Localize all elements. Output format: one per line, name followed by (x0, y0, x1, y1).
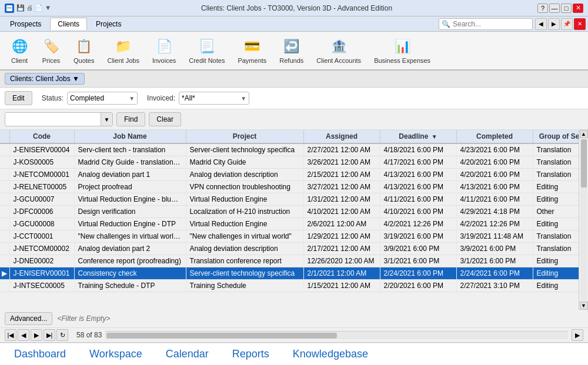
back-btn[interactable]: ◀ (535, 18, 547, 30)
maximize-btn[interactable]: □ (561, 4, 572, 13)
toolbar-clientaccounts-label: Client Accounts (316, 57, 361, 64)
table-row[interactable]: J-GCU00008Virtual Reduction Engine - DTP… (0, 218, 579, 230)
nav-calendar[interactable]: Calendar (166, 348, 209, 360)
row-code: J-NETCOM00002 (9, 243, 74, 255)
col-header-group[interactable]: Group of Se (533, 130, 579, 143)
horizontal-scrollbar[interactable] (105, 331, 568, 339)
toolbar-creditnotes-btn[interactable]: 📃 Credit Notes (183, 34, 230, 67)
table-scroll[interactable]: Code Job Name Project Assigned Deadline … (0, 130, 579, 310)
help-btn[interactable]: ? (537, 4, 548, 13)
row-project: Localization of H-210 instruction (186, 206, 303, 218)
search-box[interactable]: 🔍 (439, 18, 533, 30)
client-icon: 🌐 (10, 37, 29, 56)
breadcrumb-label: Clients: Client Jobs ▼ (10, 75, 79, 83)
col-header-jobname[interactable]: Job Name (74, 130, 186, 143)
toolbar-invoices-btn[interactable]: 📄 Invoices (147, 34, 181, 67)
window-controls[interactable]: ? — □ ✕ (537, 4, 583, 13)
exit-btn[interactable]: ✕ (574, 18, 586, 30)
toolbar-clientjobs-label: Client Jobs (107, 57, 139, 64)
window-title: Clients: Client Jobs - TO3000, Version 3… (56, 4, 537, 12)
table-row[interactable]: J-DFC00006Design verificationLocalizatio… (0, 206, 579, 218)
tab-prospects[interactable]: Prospects (2, 18, 49, 30)
toolbar-quotes-btn[interactable]: 📋 Quotes (68, 34, 99, 67)
h-scroll-thumb[interactable] (106, 333, 336, 339)
col-header-marker[interactable] (0, 130, 9, 143)
nav-reports[interactable]: Reports (232, 348, 269, 360)
pag-prev-btn[interactable]: ◀ (18, 329, 29, 341)
row-code: J-GCU00007 (9, 193, 74, 206)
status-label: Status: (42, 94, 64, 102)
prices-icon: 🏷️ (42, 37, 61, 56)
row-completed: 4/23/2021 6:00 PM (456, 143, 533, 156)
refunds-icon: ↩️ (282, 37, 301, 56)
row-deadline: 4/18/2021 6:00 PM (380, 143, 456, 156)
invoiced-select[interactable]: *All* ▼ (179, 92, 249, 105)
toolbar-businessexpenses-btn[interactable]: 📊 Business Expenses (369, 34, 436, 67)
find-button[interactable]: Find (116, 112, 145, 126)
row-completed: 3/9/2021 6:00 PM (456, 243, 533, 255)
forward-btn[interactable]: ▶ (548, 18, 560, 30)
table-row[interactable]: J-NETCOM00001Analog deviation part 1Anal… (0, 169, 579, 181)
nav-dashboard[interactable]: Dashboard (14, 348, 66, 360)
vertical-scrollbar[interactable]: ▲ ▼ (579, 130, 588, 310)
col-header-completed[interactable]: Completed (456, 130, 533, 143)
scroll-down-btn[interactable]: ▼ (580, 302, 588, 310)
scroll-thumb[interactable] (581, 139, 587, 187)
row-marker (0, 143, 9, 156)
table-row[interactable]: J-ENISERV00004Serv-client tech - transla… (0, 143, 579, 156)
table-row[interactable]: J-INTSEC00005Training Schedule - DTPTrai… (0, 280, 579, 292)
col-header-deadline[interactable]: Deadline ▼ (380, 130, 456, 143)
h-scroll-right-btn[interactable]: ▶ (572, 329, 583, 341)
table-row[interactable]: J-DNE00002Conference report (proofreadin… (0, 255, 579, 267)
table-row[interactable]: J-RELNET00005Project proofreadVPN connec… (0, 181, 579, 193)
pag-next-btn[interactable]: ▶| (44, 329, 55, 341)
toolbar-prices-btn[interactable]: 🏷️ Prices (36, 34, 66, 67)
row-project: Virtual Reduction Engine (186, 193, 303, 206)
row-jobname: Virtual Reduction Engine - DTP (74, 218, 186, 230)
status-select[interactable]: Completed ▼ (67, 92, 138, 105)
invoiced-value: *All* (182, 94, 195, 102)
tab-clients[interactable]: Clients (50, 18, 87, 30)
pag-prev2-btn[interactable]: ▶ (31, 329, 42, 341)
row-code: J-RELNET00005 (9, 181, 74, 193)
toolbar-clientaccounts-btn[interactable]: 🏦 Client Accounts (311, 34, 366, 67)
toolbar-payments-btn[interactable]: 💳 Payments (232, 34, 272, 67)
advanced-button[interactable]: Advanced... (5, 312, 52, 325)
row-assigned: 1/29/2021 12:00 AM (303, 230, 380, 243)
search-filter-dropdown-btn[interactable]: ▼ (101, 113, 112, 126)
toolbar-client-btn[interactable]: 🌐 Client (5, 34, 34, 67)
nav-workspace[interactable]: Workspace (89, 348, 142, 360)
toolbar-clientjobs-btn[interactable]: 📁 Client Jobs (102, 34, 144, 67)
scroll-up-btn[interactable]: ▲ (580, 130, 588, 138)
search-input[interactable] (453, 20, 512, 28)
pag-first-btn[interactable]: |◀ (5, 329, 16, 341)
search-filter-input[interactable] (5, 114, 101, 125)
pin-btn[interactable]: 📌 (561, 18, 573, 30)
edit-button[interactable]: Edit (5, 91, 32, 105)
table-row[interactable]: J-NETCOM00002Analog deviation part 2Anal… (0, 243, 579, 255)
row-marker (0, 206, 9, 218)
table-row[interactable]: ▶J-ENISERV00001Consistency checkServer-c… (0, 267, 579, 280)
table-row[interactable]: J-GCU00007Virtual Reduction Engine - blu… (0, 193, 579, 206)
row-group: Translation (533, 143, 579, 156)
nav-arrows: ◀ ▶ 📌 ✕ (535, 18, 586, 30)
col-header-project[interactable]: Project (186, 130, 303, 143)
toolbar-refunds-btn[interactable]: ↩️ Refunds (274, 34, 309, 67)
close-btn[interactable]: ✕ (573, 4, 583, 13)
title-bar: 💾 🖨 📄 ▼ Clients: Client Jobs - TO3000, V… (0, 0, 588, 16)
clear-button[interactable]: Clear (149, 112, 181, 126)
tab-projects[interactable]: Projects (88, 18, 129, 30)
row-jobname: Training Schedule - DTP (74, 280, 186, 292)
col-header-assigned[interactable]: Assigned (303, 130, 380, 143)
search-area: 🔍 ◀ ▶ 📌 ✕ (439, 18, 586, 30)
breadcrumb[interactable]: Clients: Client Jobs ▼ (5, 73, 85, 85)
pag-last-btn[interactable]: ↻ (56, 329, 68, 341)
minimize-btn[interactable]: — (549, 4, 560, 13)
nav-knowledgebase[interactable]: Knowledgebase (293, 348, 368, 360)
table-row[interactable]: J-CCT00001"New challenges in virtual wor… (0, 230, 579, 243)
table-row[interactable]: J-KOS00005Madrid City Guide - translatio… (0, 156, 579, 169)
row-group: Editing (533, 218, 579, 230)
col-header-code[interactable]: Code (9, 130, 74, 143)
row-assigned: 12/26/2020 12:00 AM (303, 255, 380, 267)
filter-status-label: <Filter is Empty> (57, 314, 110, 323)
